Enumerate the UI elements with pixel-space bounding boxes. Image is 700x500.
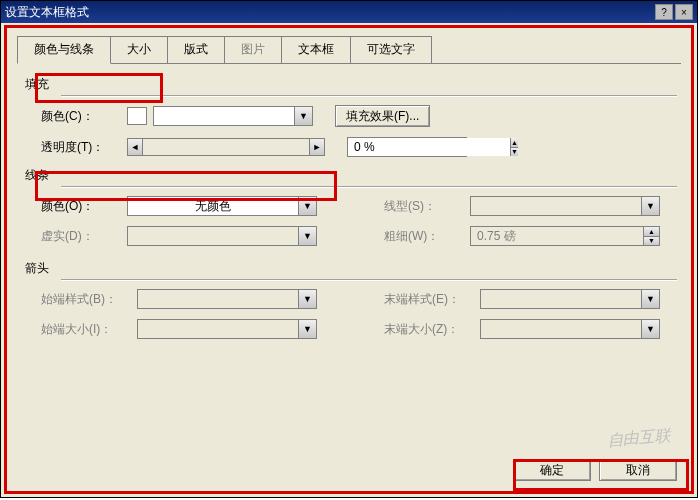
end-size-row: 末端大小(Z)： ▼ (364, 319, 677, 339)
chevron-down-icon: ▼ (298, 197, 316, 215)
chevron-down-icon: ▼ (298, 320, 316, 338)
line-color-value: 无颜色 (128, 198, 298, 215)
group-arrows-label: 箭头 (21, 260, 677, 277)
close-button[interactable]: × (675, 4, 693, 20)
tab-layout[interactable]: 版式 (167, 36, 225, 63)
end-style-row: 末端样式(E)： ▼ (364, 289, 677, 309)
begin-size-label: 始端大小(I)： (41, 321, 131, 338)
line-style-dropdown: ▼ (470, 196, 660, 216)
line-style-row: 线型(S)： ▼ (364, 196, 677, 216)
transparency-label: 透明度(T)： (41, 139, 121, 156)
end-style-dropdown: ▼ (480, 289, 660, 309)
begin-size-row: 始端大小(I)： ▼ (21, 319, 334, 339)
chevron-down-icon: ▼ (298, 290, 316, 308)
watermark: 自由互联 (606, 425, 672, 451)
line-style-label: 线型(S)： (384, 198, 464, 215)
spin-down-icon[interactable]: ▼ (511, 148, 518, 157)
line-dash-label: 虚实(D)： (41, 228, 121, 245)
tab-colors-lines[interactable]: 颜色与线条 (17, 36, 111, 64)
tab-size[interactable]: 大小 (110, 36, 168, 63)
line-color-dropdown[interactable]: 无颜色 ▼ (127, 196, 317, 216)
spin-up-icon[interactable]: ▲ (511, 138, 518, 148)
line-dash-row: 虚实(D)： ▼ (21, 226, 334, 246)
chevron-down-icon: ▼ (294, 107, 312, 125)
transparency-value[interactable] (348, 138, 510, 156)
begin-size-dropdown: ▼ (137, 319, 317, 339)
line-color-row: 颜色(O)： 无颜色 ▼ (21, 196, 334, 216)
chevron-down-icon: ▼ (641, 320, 659, 338)
tab-textbox[interactable]: 文本框 (281, 36, 351, 63)
group-fill-label: 填充 (21, 76, 677, 93)
end-size-dropdown: ▼ (480, 319, 660, 339)
spin-down-icon: ▼ (644, 237, 659, 246)
tab-strip: 颜色与线条 大小 版式 图片 文本框 可选文字 (17, 36, 681, 64)
line-color-label: 颜色(O)： (41, 198, 121, 215)
fill-effects-button[interactable]: 填充效果(F)... (335, 105, 430, 127)
chevron-down-icon: ▼ (641, 197, 659, 215)
tab-picture: 图片 (224, 36, 282, 63)
line-weight-label: 粗细(W)： (384, 228, 464, 245)
format-dialog: 设置文本框格式 ? × 颜色与线条 大小 版式 图片 文本框 可选文字 填充 颜… (0, 0, 698, 498)
fill-color-label: 颜色(C)： (41, 108, 121, 125)
fill-color-dropdown[interactable]: ▼ (153, 106, 313, 126)
end-style-label: 末端样式(E)： (384, 291, 474, 308)
spin-up-icon: ▲ (644, 227, 659, 237)
fill-color-row: 颜色(C)： ▼ 填充效果(F)... (21, 105, 677, 127)
begin-style-row: 始端样式(B)： ▼ (21, 289, 334, 309)
end-size-label: 末端大小(Z)： (384, 321, 474, 338)
transparency-spinner[interactable]: ▲▼ (347, 137, 467, 157)
line-weight-spinner: ▲▼ (470, 226, 660, 246)
line-dash-dropdown: ▼ (127, 226, 317, 246)
dialog-footer: 确定 取消 (513, 459, 677, 481)
line-weight-row: 粗细(W)： ▲▼ (364, 226, 677, 246)
begin-style-dropdown: ▼ (137, 289, 317, 309)
window-title: 设置文本框格式 (5, 4, 653, 21)
transparency-row: 透明度(T)： ◄ ► ▲▼ (21, 137, 677, 157)
begin-style-label: 始端样式(B)： (41, 291, 131, 308)
cancel-button[interactable]: 取消 (599, 459, 677, 481)
titlebar: 设置文本框格式 ? × (1, 1, 697, 23)
fill-color-swatch[interactable] (127, 107, 147, 125)
tab-alt-text[interactable]: 可选文字 (350, 36, 432, 63)
chevron-down-icon: ▼ (641, 290, 659, 308)
transparency-slider[interactable] (143, 138, 309, 156)
ok-button[interactable]: 确定 (513, 459, 591, 481)
slider-right-icon[interactable]: ► (309, 138, 325, 156)
group-line-label: 线条 (21, 167, 677, 184)
line-weight-value (471, 227, 643, 245)
help-button[interactable]: ? (655, 4, 673, 20)
slider-left-icon[interactable]: ◄ (127, 138, 143, 156)
chevron-down-icon: ▼ (298, 227, 316, 245)
